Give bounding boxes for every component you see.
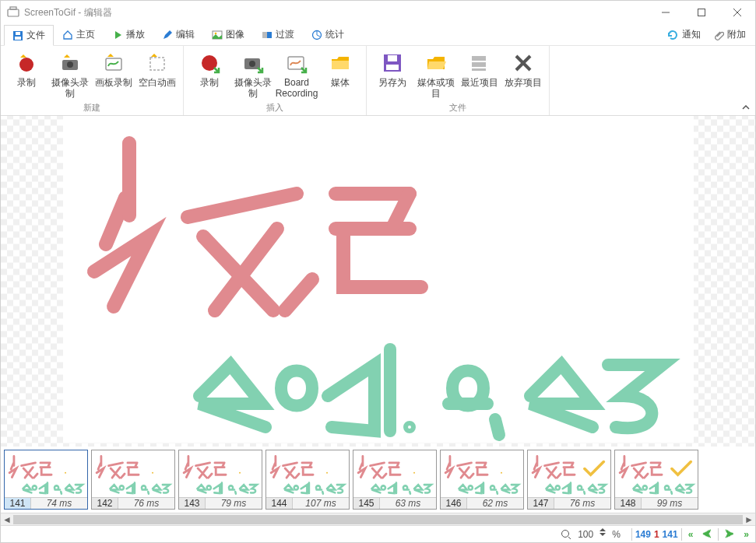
button-label: 画板录制 — [95, 77, 132, 99]
tab-home[interactable]: 主页 — [54, 24, 104, 45]
nav-first-button[interactable]: « — [685, 527, 697, 541]
webcam-icon — [58, 51, 83, 75]
frame-thumbnail[interactable]: 14174 ms — [4, 450, 88, 510]
canvas-area[interactable] — [1, 116, 755, 447]
tab-stats[interactable]: 统计 — [303, 24, 353, 45]
thumb-duration: 74 ms — [31, 498, 87, 509]
scroll-thumb[interactable] — [13, 515, 743, 524]
zoom-icon[interactable] — [557, 527, 575, 541]
home-icon — [62, 30, 73, 40]
svg-rect-0 — [8, 9, 19, 16]
thumb-info: 14776 ms — [528, 497, 610, 509]
tab-edit[interactable]: 编辑 — [153, 24, 203, 45]
thumb-number: 147 — [528, 498, 554, 509]
tab-transition[interactable]: 过渡 — [253, 24, 303, 45]
zoom-spinner[interactable] — [596, 527, 609, 541]
close-button[interactable] — [719, 1, 755, 24]
svg-rect-3 — [698, 9, 705, 16]
svg-rect-29 — [472, 68, 486, 71]
thumb-info: 14662 ms — [441, 497, 523, 509]
recent-icon — [467, 51, 492, 75]
new-blank-button[interactable]: 空白动画 — [136, 49, 178, 100]
frame-thumbnail[interactable]: 14899 ms — [614, 450, 698, 510]
nav-prev-button[interactable]: ⮜ — [699, 527, 715, 541]
attach-icon — [713, 30, 724, 40]
tab-label: 编辑 — [176, 28, 195, 41]
frame-thumbnail[interactable]: 14662 ms — [440, 450, 524, 510]
thumb-info: 14379 ms — [179, 497, 262, 509]
thumb-info: 14899 ms — [615, 497, 698, 509]
button-label: 放弃项目 — [505, 77, 542, 99]
scroll-left-arrow[interactable]: ◄ — [1, 513, 13, 526]
thumb-info: 14563 ms — [353, 497, 436, 509]
svg-rect-11 — [262, 32, 267, 38]
webcam-icon — [241, 51, 265, 75]
maximize-button[interactable] — [684, 1, 719, 24]
frames-scrollbar[interactable]: ◄ ► — [1, 513, 755, 525]
svg-rect-28 — [472, 62, 486, 67]
nav-next-button[interactable]: ⮞ — [722, 527, 737, 541]
transition-icon — [262, 30, 273, 40]
thumb-number: 143 — [179, 498, 206, 509]
svg-rect-23 — [332, 61, 349, 69]
frame-thumbnail[interactable]: 144107 ms — [265, 450, 350, 510]
svg-point-14 — [19, 58, 33, 72]
frame-total: 149 — [635, 529, 651, 540]
new-board-button[interactable]: 画板录制 — [93, 49, 135, 100]
svg-rect-26 — [388, 55, 397, 61]
nav-last-button[interactable]: » — [740, 527, 752, 541]
button-label: 录制 — [17, 77, 36, 99]
insert-media-button[interactable]: 媒体 — [319, 49, 361, 100]
notifications-button[interactable]: 通知 — [660, 25, 707, 44]
new-webcam-button[interactable]: 摄像头录制 — [49, 49, 91, 100]
thumb-number: 145 — [353, 498, 380, 509]
recent-projects-button[interactable]: 最近项目 — [459, 49, 501, 100]
thumb-info: 14174 ms — [5, 497, 87, 509]
thumb-duration: 76 ms — [554, 498, 610, 509]
thumb-duration: 63 ms — [380, 498, 436, 509]
scroll-right-arrow[interactable]: ► — [743, 513, 755, 526]
tab-label: 图像 — [226, 28, 244, 41]
play-icon — [112, 30, 123, 40]
thumb-duration: 62 ms — [467, 498, 523, 509]
new-record-button[interactable]: 录制 — [5, 49, 47, 100]
frame-thumbnail[interactable]: 14563 ms — [353, 450, 437, 510]
insert-record-button[interactable]: 录制 — [188, 49, 230, 100]
tab-label: 统计 — [325, 28, 344, 41]
svg-rect-1 — [10, 7, 16, 9]
folder-open-icon — [424, 51, 448, 75]
frame-thumbnail[interactable]: 14276 ms — [91, 450, 175, 510]
button-label: Board Recording — [276, 77, 318, 99]
svg-rect-25 — [386, 65, 399, 70]
collapse-ribbon-button[interactable] — [741, 103, 751, 112]
load-media-button[interactable]: 媒体或项目 — [415, 49, 457, 100]
button-label: 最近项目 — [461, 77, 498, 99]
thumb-image — [5, 450, 87, 497]
group-title: 新建 — [83, 102, 100, 114]
svg-rect-27 — [472, 56, 486, 61]
group-title: 插入 — [266, 102, 283, 114]
insert-board-button[interactable]: Board Recording — [276, 49, 318, 100]
tab-file[interactable]: 文件 — [4, 25, 54, 46]
discard-button[interactable]: 放弃项目 — [502, 49, 544, 100]
thumb-number: 144 — [266, 498, 293, 509]
button-label: 媒体或项目 — [417, 77, 455, 99]
tab-play[interactable]: 播放 — [104, 24, 153, 45]
svg-point-38 — [239, 472, 241, 474]
svg-point-10 — [215, 32, 217, 34]
tab-label: 文件 — [26, 29, 45, 42]
thumb-number: 142 — [92, 498, 118, 509]
insert-webcam-button[interactable]: 摄像头录制 — [232, 49, 274, 100]
frame-thumbnail[interactable]: 14776 ms — [527, 450, 611, 510]
svg-rect-12 — [267, 32, 272, 38]
save-icon — [380, 51, 405, 75]
stats-icon — [311, 30, 322, 40]
extras-button[interactable]: 附加 — [707, 25, 752, 44]
frame-thumbnail[interactable]: 14379 ms — [178, 450, 262, 510]
frame-list[interactable]: 14174 ms14276 ms14379 ms144107 ms14563 m… — [1, 447, 755, 513]
tab-image[interactable]: 图像 — [203, 24, 253, 45]
media-folder-icon — [328, 51, 353, 75]
minimize-button[interactable] — [648, 1, 684, 24]
save-as-button[interactable]: 另存为 — [371, 49, 413, 100]
button-label: 另存为 — [378, 77, 406, 99]
